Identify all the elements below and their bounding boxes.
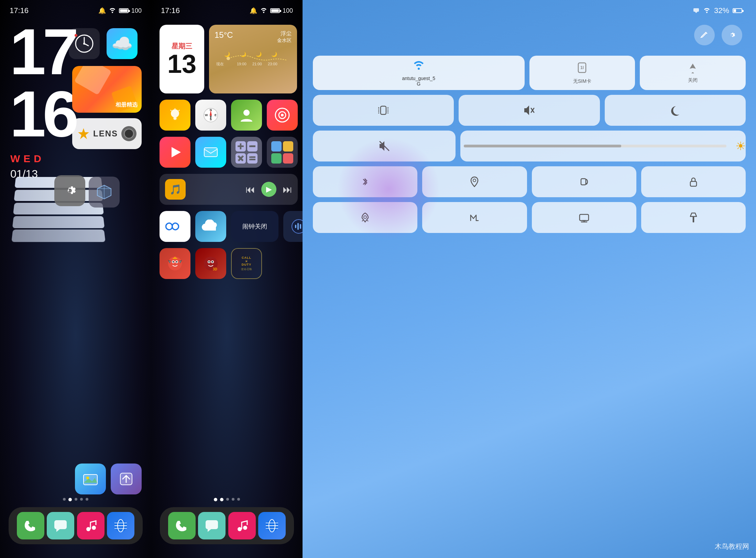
call-duty-icon[interactable]: CALL ⚔ DUTY 使命召唤: [231, 248, 262, 279]
cc-wifi-button[interactable]: antutu_guest_5G: [313, 56, 525, 90]
folder-group-icon[interactable]: ➕ ➖ ✖️ 🟰: [231, 137, 262, 168]
cc-sim-button[interactable]: 1l 无SIM卡: [529, 56, 635, 90]
dock-messages-p2[interactable]: [198, 512, 226, 539]
dot-2[interactable]: [68, 498, 72, 501]
dot-1[interactable]: [63, 498, 66, 501]
cc-settings-button[interactable]: [722, 25, 742, 45]
weather-chart: 现在 19:00 21:00 23:00 🌙 🌙 🌙 🌙: [215, 46, 290, 67]
dock-music-p2[interactable]: [228, 512, 256, 539]
svg-point-32: [171, 109, 179, 118]
dock-browser-p2[interactable]: [258, 512, 286, 539]
cc-moon-button[interactable]: [605, 95, 746, 126]
cc-rotation-button[interactable]: [532, 166, 636, 197]
cube-app-icon[interactable]: [89, 177, 120, 208]
svg-rect-33: [173, 118, 177, 119]
dot-p2-5[interactable]: [237, 498, 240, 501]
svg-point-60: [176, 261, 177, 263]
cc-connectivity-row: antutu_guest_5G 1l 无SIM卡 关闭: [313, 56, 746, 90]
dot-p2-3[interactable]: [226, 498, 229, 501]
notification-icon: 🔔: [98, 7, 106, 14]
day-number-p2: 13: [167, 51, 197, 77]
svg-point-69: [238, 527, 242, 531]
cc-flashlight-button[interactable]: [641, 202, 746, 233]
cc-vibrate-button[interactable]: [313, 95, 454, 126]
sim-label: 无SIM卡: [573, 78, 591, 85]
panel2-status-right: 🔔 100: [250, 6, 293, 15]
svg-point-65: [212, 261, 213, 263]
mail-app-icon[interactable]: [195, 137, 226, 168]
watermark: 木鸟教程网: [715, 542, 749, 551]
cc-speed-button[interactable]: [422, 202, 527, 233]
contacts-app-icon[interactable]: [231, 100, 262, 131]
music-player-widget[interactable]: 🎵 ⏮ ▶ ⏭: [160, 174, 298, 205]
cc-screen-button[interactable]: [532, 202, 636, 233]
game2-icon[interactable]: 3D: [195, 248, 226, 279]
svg-point-94: [473, 179, 476, 182]
panel1-status-bar: 17:16 🔔 100: [0, 0, 151, 18]
audio-icon[interactable]: +: [283, 211, 303, 242]
dot-p2-1[interactable]: [214, 498, 217, 501]
battery-level-p2: 100: [283, 7, 293, 14]
camera-lens-icon: [121, 126, 136, 141]
date-widget-p2[interactable]: 星期三 13: [160, 25, 204, 93]
compass-app-icon[interactable]: N S W E: [195, 100, 226, 131]
svg-marker-68: [208, 529, 211, 532]
svg-text:W: W: [205, 113, 208, 117]
cc-brightness-button[interactable]: ☀: [460, 131, 746, 161]
svg-rect-50: [204, 148, 217, 157]
cc-mute-button[interactable]: [459, 95, 600, 126]
photo-widget[interactable]: 相册精选: [72, 66, 142, 113]
weather-app-icon[interactable]: ☁️: [107, 28, 138, 59]
svg-line-37: [179, 110, 180, 111]
weather-widget-p2[interactable]: 15°C 浮尘 金水区 现在 19:00 21:00 23:00 🌙 🌙 🌙 🌙: [209, 25, 297, 93]
cc-airplane-button[interactable]: 关闭: [640, 56, 746, 90]
svg-marker-5: [78, 128, 89, 139]
settings-icon-overlay[interactable]: [54, 175, 85, 206]
dock-phone-p2[interactable]: [168, 512, 196, 539]
wifi-icon: [109, 6, 116, 15]
airplane-label: 关闭: [688, 77, 698, 83]
svg-marker-77: [695, 12, 698, 13]
svg-text:🌙: 🌙: [256, 52, 262, 57]
dot-4[interactable]: [80, 498, 83, 501]
package-installer-icon[interactable]: [111, 464, 142, 494]
alarm-widget[interactable]: 闹钟关闭: [231, 211, 278, 242]
wifi-network-name: antutu_guest_5G: [402, 76, 436, 87]
clock-app-icon[interactable]: [69, 28, 100, 59]
lens-widget[interactable]: LENS: [72, 118, 142, 149]
game1-icon[interactable]: [160, 248, 190, 279]
cc-edit-button[interactable]: [694, 25, 715, 45]
prev-btn[interactable]: ⏮: [245, 184, 255, 195]
svg-point-16: [86, 527, 90, 531]
dock-music[interactable]: [77, 512, 105, 539]
video-app-icon[interactable]: [160, 137, 190, 168]
svg-rect-54: [300, 224, 301, 229]
dot-5[interactable]: [86, 498, 88, 501]
dock-p1: [9, 507, 143, 544]
svg-line-36: [171, 110, 172, 111]
dock-phone[interactable]: [17, 512, 44, 539]
cc-lock-button[interactable]: [641, 166, 746, 197]
music-controls: ⏮ ▶ ⏭: [245, 182, 292, 197]
next-btn[interactable]: ⏭: [283, 184, 292, 195]
gallery-app-icon[interactable]: [75, 464, 106, 494]
infinity-app-icon[interactable]: [160, 211, 190, 242]
page-dots-p1: [63, 498, 88, 501]
dot-3[interactable]: [75, 498, 77, 501]
mini-folder-icon[interactable]: [267, 137, 298, 168]
sun-icon: ☀: [735, 139, 746, 153]
bulb-app-icon[interactable]: [160, 100, 190, 131]
panel2: 17:16 🔔 100 星期三 13 15°C 浮尘 金水区: [151, 0, 303, 558]
dock-messages[interactable]: [47, 512, 74, 539]
dot-p2-4[interactable]: [232, 498, 234, 501]
svg-text:21:00: 21:00: [252, 62, 262, 66]
svg-marker-15: [56, 529, 60, 532]
weather-cloud-icon[interactable]: [195, 211, 226, 242]
svg-point-45: [243, 110, 250, 116]
panel2-status-bar: 17:16 🔔 100: [151, 0, 303, 18]
wifi-icon-p2: [260, 6, 267, 15]
play-btn[interactable]: ▶: [261, 182, 276, 197]
camera-circle-icon[interactable]: [267, 100, 298, 131]
dot-p2-2[interactable]: [220, 498, 223, 501]
dock-browser[interactable]: [107, 512, 134, 539]
